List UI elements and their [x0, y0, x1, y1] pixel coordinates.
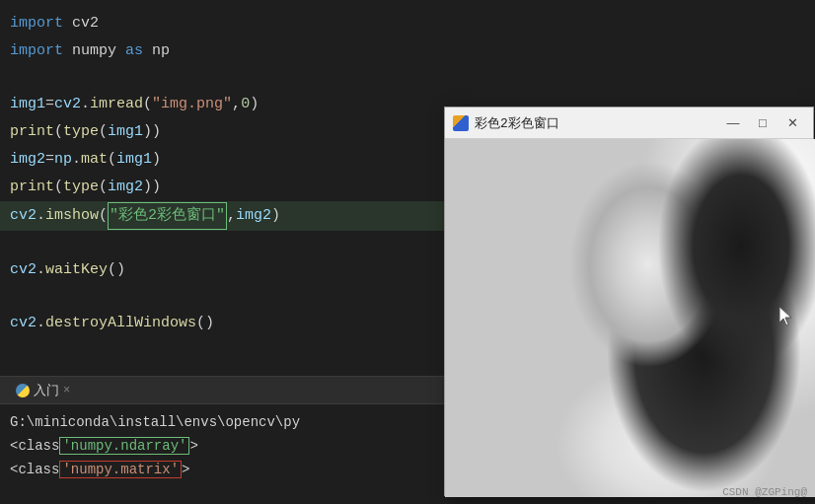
- fn-type-2: type: [63, 175, 99, 200]
- cv2-title-left: 彩色2彩色窗口: [453, 114, 559, 132]
- output-class-prefix-1: <class: [10, 438, 59, 454]
- output-class-suffix-2: >: [182, 462, 189, 477]
- output-matrix-highlight: 'numpy.matrix': [59, 461, 182, 478]
- obj-cv2-1: cv2: [54, 92, 81, 117]
- str-img-png: "img.png": [152, 92, 232, 117]
- output-ndarray-highlight: 'numpy.ndarray': [59, 437, 189, 455]
- mouse-cursor: [779, 307, 795, 326]
- cv2-app-icon: [453, 115, 469, 131]
- terminal-area: 入门 × G:\miniconda\install\envs\opencv\py…: [0, 376, 454, 504]
- fn-mat: mat: [81, 147, 108, 173]
- cv2-window-controls: — □ ✕: [720, 114, 805, 132]
- num-0: 0: [241, 92, 250, 117]
- code-line-4: img1 = cv2.imread("img.png", 0): [0, 91, 454, 118]
- code-line-8-highlighted: cv2.imshow("彩色2彩色窗口", img2): [0, 201, 454, 231]
- obj-np: np: [54, 147, 72, 173]
- cv2-image-area: [445, 139, 815, 497]
- cv2-titlebar: 彩色2彩色窗口 — □ ✕: [445, 108, 813, 139]
- module-cv2: cv2: [72, 11, 99, 36]
- code-line-7: print(type(img2)): [0, 174, 454, 201]
- main-container: import cv2 import numpy as np img1 = cv2…: [0, 0, 815, 504]
- output-class-prefix-2: <class: [10, 462, 59, 477]
- fn-print-2: print: [10, 175, 54, 200]
- terminal-tab-python[interactable]: 入门 ×: [8, 377, 78, 404]
- cv2-close-button[interactable]: ✕: [779, 114, 805, 132]
- watermark: CSDN @ZGPing@: [722, 486, 807, 498]
- cv2-minimize-button[interactable]: —: [720, 114, 746, 132]
- fn-imshow: imshow: [45, 203, 99, 229]
- output-class-suffix-1: >: [189, 438, 197, 454]
- var-img2-ref-1: img2: [108, 175, 143, 200]
- code-line-5: print(type(img1)): [0, 118, 454, 146]
- terminal-output: G:\miniconda\install\envs\opencv\py <cla…: [0, 404, 454, 487]
- var-img2-ref-2: img2: [236, 203, 271, 229]
- cv2-window-title: 彩色2彩色窗口: [475, 114, 559, 132]
- bw-portrait-image: [445, 139, 815, 497]
- code-line-12: cv2.destroyAllWindows(): [0, 310, 454, 337]
- module-numpy: numpy: [72, 38, 116, 64]
- output-line-2: <class 'numpy.ndarray'>: [10, 434, 444, 458]
- code-line-empty-1: [0, 65, 454, 91]
- obj-cv2-2: cv2: [10, 203, 37, 229]
- fn-imread: imread: [90, 92, 143, 117]
- obj-cv2-3: cv2: [10, 257, 37, 283]
- watermark-text: CSDN @ZGPing@: [722, 486, 807, 498]
- alias-np: np: [152, 38, 170, 64]
- fn-type-1: type: [63, 119, 99, 145]
- code-line-empty-3: [0, 284, 454, 310]
- fn-waitkey: waitKey: [45, 257, 108, 283]
- code-line-6: img2 = np.mat(img1): [0, 146, 454, 174]
- str-window-title: "彩色2彩色窗口": [108, 202, 227, 230]
- var-img1-ref-1: img1: [108, 119, 143, 145]
- var-img2: img2: [10, 147, 45, 173]
- fn-destroyallwindows: destroyAllWindows: [45, 311, 196, 336]
- terminal-tab-bar: 入门 ×: [0, 377, 454, 404]
- keyword-as: as: [125, 38, 143, 64]
- code-line-empty-2: [0, 231, 454, 256]
- code-line-10: cv2.waitKey(): [0, 256, 454, 284]
- output-line-3: <class 'numpy.matrix'>: [10, 458, 444, 481]
- code-line-2: import numpy as np: [0, 37, 454, 65]
- code-line-1: import cv2: [0, 10, 454, 37]
- cv2-maximize-button[interactable]: □: [750, 114, 776, 132]
- svg-marker-0: [779, 307, 791, 325]
- python-icon: [16, 384, 30, 397]
- keyword-import-1: import: [10, 11, 63, 36]
- terminal-tab-close[interactable]: ×: [63, 384, 70, 397]
- output-line-1: G:\miniconda\install\envs\opencv\py: [10, 410, 444, 434]
- output-path: G:\miniconda\install\envs\opencv\py: [10, 414, 300, 430]
- keyword-import-2: import: [10, 38, 63, 64]
- cv2-window[interactable]: 彩色2彩色窗口 — □ ✕: [444, 107, 814, 496]
- obj-cv2-4: cv2: [10, 311, 37, 336]
- var-img1-ref-2: img1: [116, 147, 152, 173]
- terminal-tab-label: 入门: [34, 382, 59, 399]
- var-img1: img1: [10, 92, 45, 117]
- fn-print-1: print: [10, 119, 54, 145]
